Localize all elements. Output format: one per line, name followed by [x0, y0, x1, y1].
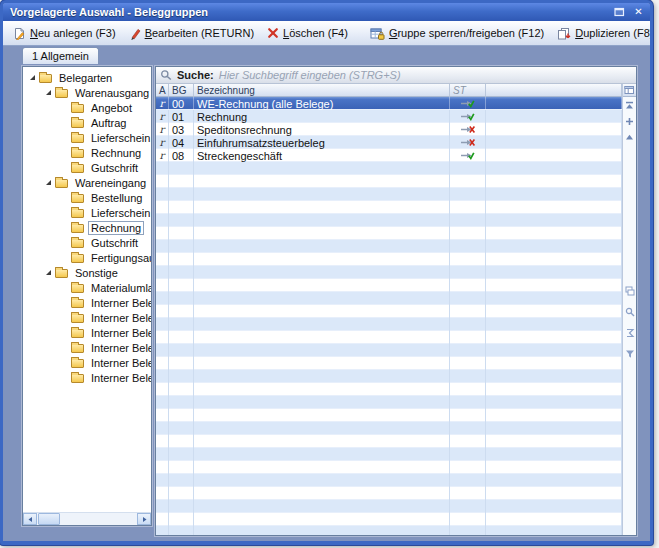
column-header-a[interactable]: A: [156, 84, 169, 97]
toolbar-button-bearbeiten-return[interactable]: Bearbeiten (RETURN): [124, 24, 261, 43]
tree-expander-icon[interactable]: [43, 270, 54, 275]
scrollbar-track[interactable]: [60, 513, 137, 525]
tree-item-interner-beleg-4-pps[interactable]: Interner Beleg 4 (PPS): [23, 355, 151, 370]
cell-st: [450, 448, 486, 461]
tree-item-gutschrift[interactable]: Gutschrift: [23, 235, 151, 250]
tree-item-lieferschein[interactable]: Lieferschein: [23, 205, 151, 220]
folder-icon: [71, 299, 84, 308]
toolbar-button-duplizieren-f8[interactable]: Duplizieren (F8): [552, 24, 653, 43]
tree-item-wareneingang[interactable]: Wareneingang: [23, 175, 151, 190]
table-row-empty[interactable]: [156, 318, 622, 331]
scroll-top-button[interactable]: [625, 97, 634, 113]
cell-bg: [169, 370, 194, 383]
table-row-empty[interactable]: [156, 526, 622, 535]
scrollbar-thumb[interactable]: [38, 513, 60, 525]
table-row-empty[interactable]: [156, 500, 622, 513]
tree-item-interner-beleg-3-pps[interactable]: Interner Beleg 3 (PPS): [23, 340, 151, 355]
tree-item-bestellung[interactable]: Bestellung: [23, 190, 151, 205]
tree-item-interner-beleg[interactable]: Interner Beleg: [23, 295, 151, 310]
cell-bez: [194, 227, 450, 240]
table-row-empty[interactable]: [156, 357, 622, 370]
tree-item-rechnung[interactable]: Rechnung: [23, 220, 151, 235]
table-row-empty[interactable]: [156, 513, 622, 526]
scroll-up-button[interactable]: [625, 129, 634, 145]
tree-item-auftrag[interactable]: Auftrag: [23, 115, 151, 130]
table-row-empty[interactable]: [156, 435, 622, 448]
column-header-rest[interactable]: [486, 84, 622, 97]
table-row-empty[interactable]: [156, 279, 622, 292]
column-header-st[interactable]: ST: [450, 84, 486, 97]
scroll-right-button[interactable]: [137, 513, 151, 525]
tree-item-rechnung[interactable]: Rechnung: [23, 145, 151, 160]
tab-allgemein[interactable]: 1 Allgemein: [22, 47, 99, 64]
table-row-empty[interactable]: [156, 253, 622, 266]
tree-item-materialumlauf-reparatur[interactable]: Materialumlauf/Reparatur: [23, 280, 151, 295]
table-row-empty[interactable]: [156, 461, 622, 474]
windows-button[interactable]: [625, 283, 635, 299]
tree-item-belegarten[interactable]: Belegarten: [23, 70, 151, 85]
table-row-empty[interactable]: [156, 474, 622, 487]
column-chooser-button[interactable]: [623, 84, 636, 97]
table-row-empty[interactable]: [156, 175, 622, 188]
cell-rest: [486, 357, 622, 370]
table-row-empty[interactable]: [156, 292, 622, 305]
tree-item-sonstige[interactable]: Sonstige: [23, 265, 151, 280]
tree-item-interner-beleg-5-pps[interactable]: Interner Beleg 5 (PPS): [23, 370, 151, 385]
tree-item-warenausgang[interactable]: Warenausgang: [23, 85, 151, 100]
close-button[interactable]: ✕: [631, 6, 646, 19]
tree-item-angebot[interactable]: Angebot: [23, 100, 151, 115]
table-row-empty[interactable]: [156, 214, 622, 227]
table-row[interactable]: r08Streckengeschäft: [156, 149, 622, 162]
tree-horizontal-scrollbar[interactable]: [23, 512, 151, 525]
filter-button[interactable]: [625, 346, 635, 362]
add-row-button[interactable]: [625, 113, 634, 129]
table-row[interactable]: r01Rechnung: [156, 110, 622, 123]
table-row-empty[interactable]: [156, 383, 622, 396]
magnifier-button[interactable]: [625, 304, 635, 320]
column-header-bg[interactable]: BG: [169, 84, 194, 97]
table-row-empty[interactable]: [156, 487, 622, 500]
cell-a: [156, 227, 169, 240]
tree-item-lieferschein[interactable]: Lieferschein: [23, 130, 151, 145]
maximize-button[interactable]: [612, 6, 627, 19]
table-row-empty[interactable]: [156, 344, 622, 357]
table-row-empty[interactable]: [156, 396, 622, 409]
table-row-empty[interactable]: [156, 331, 622, 344]
table-row-empty[interactable]: [156, 201, 622, 214]
filter-icon: [625, 349, 635, 359]
cell-a: [156, 370, 169, 383]
cell-st: [450, 214, 486, 227]
table-row-empty[interactable]: [156, 305, 622, 318]
scroll-left-button[interactable]: [23, 513, 37, 525]
toolbar-button-neu-anlegen-f3[interactable]: Neu anlegen (F3): [8, 24, 123, 43]
table-row-empty[interactable]: [156, 240, 622, 253]
tree-item-fertigungsauftrag-pps[interactable]: Fertigungsauftrag (PPS): [23, 250, 151, 265]
table-row[interactable]: r00WE-Rechnung (alle Belege): [156, 97, 622, 110]
table-row-empty[interactable]: [156, 188, 622, 201]
table-row-empty[interactable]: [156, 409, 622, 422]
tree-item-interner-beleg-1-pps[interactable]: Interner Beleg 1 (PPS): [23, 310, 151, 325]
table-row-empty[interactable]: [156, 227, 622, 240]
cell-st: [450, 370, 486, 383]
sum-button[interactable]: [625, 325, 635, 341]
tree-expander-icon[interactable]: [43, 180, 54, 185]
toolbar-button-l-schen-f4[interactable]: Löschen (F4): [262, 24, 355, 42]
table-row-empty[interactable]: [156, 370, 622, 383]
tree-item-gutschrift[interactable]: Gutschrift: [23, 160, 151, 175]
cell-bez: [194, 448, 450, 461]
table-row-empty[interactable]: [156, 266, 622, 279]
tree-item-interner-beleg-2-pps[interactable]: Interner Beleg 2 (PPS): [23, 325, 151, 340]
table-row-empty[interactable]: [156, 422, 622, 435]
table-row[interactable]: r03Speditonsrechnung: [156, 123, 622, 136]
tree-expander-icon[interactable]: [43, 90, 54, 95]
toolbar-button-gruppe-sperren-freigeben-f12[interactable]: Gruppe sperren/freigeben (F12): [365, 24, 551, 43]
table-row-empty[interactable]: [156, 448, 622, 461]
tree-expander-icon[interactable]: [27, 75, 38, 80]
search-input[interactable]: Suche: Hier Suchbegriff eingeben (STRG+S…: [156, 67, 636, 84]
table-row-empty[interactable]: [156, 162, 622, 175]
tree-item-label: Interner Beleg 5 (PPS): [88, 371, 151, 385]
toolbar-button-label: Gruppe sperren/freigeben (F12): [389, 27, 544, 39]
table-row[interactable]: r04Einfuhrumsatzsteuerbeleg: [156, 136, 622, 149]
column-header-bezeichnung[interactable]: Bezeichnung: [194, 84, 450, 97]
tree-item-label: Wareneingang: [72, 176, 149, 190]
